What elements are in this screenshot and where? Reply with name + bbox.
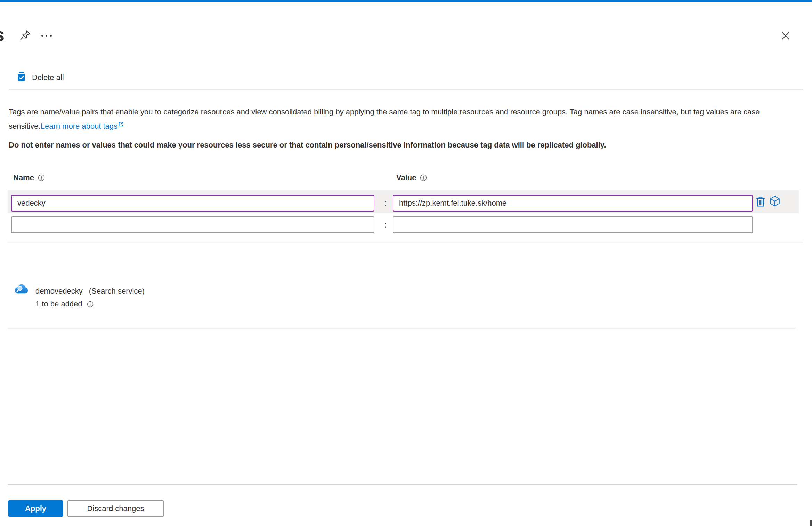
- resource-name: demovedecky: [35, 287, 83, 295]
- search-service-icon: [13, 282, 29, 297]
- name-column-label: Name: [13, 173, 45, 182]
- apply-button[interactable]: Apply: [8, 500, 63, 517]
- pin-icon: [19, 29, 31, 42]
- toolbar-divider: [9, 89, 803, 90]
- footer-divider: [8, 484, 797, 485]
- scrollbar-thumb[interactable]: [810, 520, 812, 526]
- tag-value-input-row1[interactable]: [393, 195, 753, 212]
- external-link-icon: [118, 118, 124, 131]
- resource-status: 1 to be added: [35, 300, 94, 309]
- value-column-label: Value: [396, 173, 427, 182]
- tag-name-input-row1[interactable]: [11, 195, 374, 212]
- value-info-icon[interactable]: [420, 174, 427, 181]
- tags-description: Tags are name/value pairs that enable yo…: [9, 105, 805, 133]
- name-value-separator: :: [382, 199, 389, 208]
- cube-icon: [769, 203, 781, 208]
- delete-all-button[interactable]: Delete all: [15, 70, 65, 85]
- discard-changes-button[interactable]: Discard changes: [67, 500, 164, 517]
- name-info-icon[interactable]: [38, 174, 45, 181]
- trash-icon: [756, 203, 765, 208]
- close-button[interactable]: [779, 29, 793, 43]
- name-value-separator: :: [382, 220, 389, 230]
- resource-status-text: 1 to be added: [35, 300, 82, 309]
- resource-row: demovedecky(Search service): [35, 287, 145, 296]
- blade-title: s: [0, 24, 5, 45]
- tags-blade: s: [0, 0, 812, 526]
- delete-all-label: Delete all: [32, 73, 64, 82]
- resource-type: (Search service): [89, 287, 145, 295]
- close-icon: [781, 31, 790, 42]
- delete-all-icon: [17, 71, 26, 84]
- tag-resources-button[interactable]: [769, 195, 781, 208]
- tag-name-input-row2[interactable]: [11, 216, 374, 233]
- pin-button[interactable]: [18, 29, 32, 42]
- top-accent-bar: [0, 0, 812, 2]
- learn-more-link[interactable]: Learn more about tags: [41, 122, 117, 130]
- more-icon: [41, 35, 43, 37]
- more-button[interactable]: [39, 31, 54, 41]
- delete-tag-row-button[interactable]: [756, 196, 765, 208]
- tag-value-input-row2[interactable]: [393, 216, 753, 233]
- resource-status-info-icon[interactable]: [87, 301, 94, 308]
- security-warning: Do not enter names or values that could …: [9, 141, 606, 150]
- rows-divider: [8, 242, 803, 243]
- resource-divider: [8, 328, 796, 329]
